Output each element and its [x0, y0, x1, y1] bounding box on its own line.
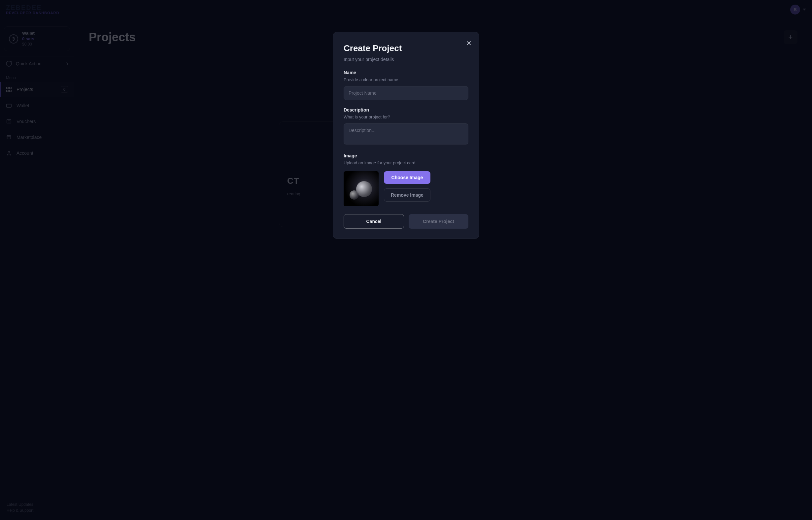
create-project-button[interactable]: Create Project	[409, 214, 468, 229]
image-field-hint: Upload an image for your project card	[344, 160, 468, 165]
description-field-label: Description	[344, 107, 468, 112]
modal-title: Create Project	[344, 43, 468, 53]
close-icon: ✕	[466, 40, 472, 47]
choose-image-button[interactable]: Choose Image	[384, 171, 430, 184]
create-project-modal: ✕ Create Project Input your project deta…	[333, 32, 479, 239]
project-description-input[interactable]	[344, 123, 468, 145]
remove-image-button[interactable]: Remove Image	[384, 188, 430, 202]
modal-subtitle: Input your project details	[344, 57, 468, 62]
close-button[interactable]: ✕	[466, 39, 472, 47]
image-field-label: Image	[344, 153, 468, 158]
image-preview-thumbnail	[344, 171, 379, 206]
name-field-hint: Provide a clear project name	[344, 77, 468, 82]
project-name-input[interactable]	[344, 86, 468, 100]
name-field-label: Name	[344, 70, 468, 75]
modal-overlay[interactable]: ✕ Create Project Input your project deta…	[0, 0, 812, 520]
description-field-hint: What is your project for?	[344, 114, 468, 120]
cancel-button[interactable]: Cancel	[344, 214, 404, 229]
